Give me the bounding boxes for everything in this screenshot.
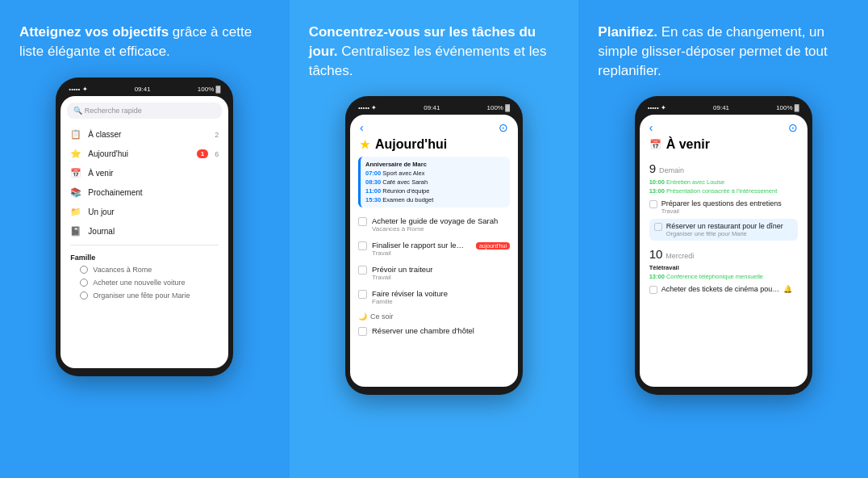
today-icon: ⭐ [70, 149, 81, 160]
day-task-inner[interactable]: Réserver un restaurant pour le dîner Org… [654, 222, 793, 237]
day-task-item[interactable]: Préparer les questions des entretiens Tr… [649, 197, 798, 217]
day-event: 13:00 Conférence téléphonique mensuelle [649, 272, 798, 281]
task-list: 📋 À classer 2 ⭐ Aujourd'hui 1 6 📅 À veni… [61, 122, 228, 305]
list-item[interactable]: ⭐ Aujourd'hui 1 6 [61, 145, 228, 164]
sub-list-item[interactable]: Acheter une nouvelle voiture [61, 276, 228, 289]
highlighted-task[interactable]: Réserver un restaurant pour le dîner Org… [649, 219, 798, 241]
screen2-header: ‹ ⊙ [350, 115, 518, 137]
folder-icon: 📁 [70, 207, 81, 218]
screen3-title: 📅 À venir [640, 137, 807, 158]
task-item[interactable]: Finaliser le rapport sur le… Travail auj… [350, 237, 518, 261]
day-event: 13:00 Présentation consacrée à l'intéres… [649, 187, 798, 195]
task-checkbox[interactable] [654, 223, 662, 231]
phone-2-screen: ‹ ⊙ ★ Aujourd'hui Anniversaire de Marc 0… [350, 115, 518, 387]
task-checkbox[interactable] [358, 327, 367, 336]
divider [70, 245, 219, 245]
phone-3: ••••• ✦ 09:41 100% ▓ ‹ ⊙ 📅 À venir 9 Dem… [635, 96, 812, 395]
day-events: 10:00 Entretien avec Louise 13:00 Présen… [649, 178, 798, 195]
phone-2-status: ••••• ✦ 09:41 100% ▓ [350, 104, 518, 115]
sub-list-item[interactable]: Organiser une fête pour Marie [61, 289, 228, 302]
screen3-header: ‹ ⊙ [640, 115, 807, 137]
phone-1-status: ••••• ✦ 09:41 100% ▓ [61, 86, 228, 96]
calendar-icon: 📅 [649, 139, 661, 150]
task-checkbox[interactable] [358, 266, 367, 275]
panel-2: Concentrez-vous sur les tâches du jour. … [290, 0, 579, 478]
day-event: Télétravail [649, 263, 798, 272]
phone-3-screen: ‹ ⊙ 📅 À venir 9 Demain 10:00 Entretien a… [640, 115, 807, 387]
calendar-icon: 📅 [70, 168, 81, 179]
check-circle-icon[interactable]: ⊙ [788, 121, 798, 134]
journal-icon: 📓 [70, 226, 81, 237]
event-item: 08:30 Café avec Sarah [365, 178, 505, 187]
inbox-icon: 📋 [70, 129, 81, 140]
panel-1-title-bold: Atteignez vos objectifs [19, 24, 169, 40]
back-icon[interactable]: ‹ [649, 121, 653, 134]
day-task-item[interactable]: Acheter des tickets de cinéma pou… 🔔 [649, 283, 798, 296]
sub-dot-icon [80, 266, 88, 274]
phone-2: ••••• ✦ 09:41 100% ▓ ‹ ⊙ ★ Aujourd'hui A… [345, 96, 523, 395]
sub-dot-icon [80, 291, 88, 300]
panel-3: Planifiez. En cas de changement, un simp… [578, 0, 868, 478]
event-item: 07:00 Sport avec Alex [365, 169, 505, 178]
phone-1-screen: 🔍 Recherche rapide 📋 À classer 2 ⭐ Aujou… [61, 96, 228, 368]
day-section: 9 Demain 10:00 Entretien avec Louise 13:… [640, 158, 807, 244]
task-checkbox[interactable] [649, 200, 657, 208]
day-header: 10 Mercredi [649, 247, 798, 261]
section-header: Famille [61, 249, 228, 263]
panel-3-title: Planifiez. En cas de changement, un simp… [598, 23, 849, 80]
day-header: 9 Demain [649, 161, 798, 175]
event-item: 11:00 Réunion d'équipe [365, 187, 505, 195]
search-bar[interactable]: 🔍 Recherche rapide [67, 103, 222, 119]
panel-2-title: Concentrez-vous sur les tâches du jour. … [309, 23, 560, 80]
task-item[interactable]: Réserver une chambre d'hôtel [350, 322, 518, 340]
star-icon: ★ [360, 138, 370, 151]
list-item[interactable]: 📋 À classer 2 [61, 125, 228, 145]
panel-1: Atteignez vos objectifs grâce à cette li… [0, 0, 290, 478]
task-item[interactable]: Prévoir un traiteur Travail [350, 261, 518, 285]
task-checkbox[interactable] [358, 217, 367, 226]
sub-dot-icon [80, 279, 88, 287]
list-item[interactable]: 📁 Un jour [61, 203, 228, 222]
list-item[interactable]: 📅 À venir [61, 164, 228, 183]
events-block: Anniversaire de Marc 07:00 Sport avec Al… [358, 157, 510, 208]
task-item[interactable]: Faire réviser la voiture Famille [350, 285, 518, 309]
stack-icon: 📚 [70, 187, 81, 199]
task-checkbox[interactable] [358, 290, 367, 299]
event-item: Anniversaire de Marc [365, 160, 505, 169]
list-item[interactable]: 📓 Journal [61, 222, 228, 241]
screen2-title: ★ Aujourd'hui [350, 137, 518, 157]
back-icon[interactable]: ‹ [360, 121, 364, 134]
panel-3-title-bold: Planifiez. [598, 24, 657, 40]
phone-1: ••••• ✦ 09:41 100% ▓ 🔍 Recherche rapide … [56, 78, 233, 376]
moon-icon: 🌙 [358, 312, 367, 321]
day-section: 10 Mercredi Télétravail 13:00 Conférence… [640, 244, 807, 298]
event-item: 15:30 Examen du budget [365, 195, 505, 204]
panel-1-title: Atteignez vos objectifs grâce à cette li… [19, 23, 270, 61]
evening-section: 🌙 Ce soir [350, 309, 518, 322]
phone-3-status: ••••• ✦ 09:41 100% ▓ [640, 104, 807, 115]
task-checkbox[interactable] [358, 241, 367, 250]
task-item[interactable]: Acheter le guide de voyage de Sarah Vaca… [350, 212, 518, 237]
list-item[interactable]: 📚 Prochainement [61, 183, 228, 203]
day-events: Télétravail 13:00 Conférence téléphoniqu… [649, 263, 798, 281]
day-event: 10:00 Entretien avec Louise [649, 178, 798, 187]
sub-list-item[interactable]: Vacances à Rome [61, 263, 228, 276]
check-circle-icon[interactable]: ⊙ [499, 121, 508, 134]
panel-2-title-normal: Centralisez les événements et les tâches… [309, 44, 547, 78]
bell-icon: 🔔 [783, 285, 792, 293]
task-checkbox[interactable] [649, 286, 657, 294]
